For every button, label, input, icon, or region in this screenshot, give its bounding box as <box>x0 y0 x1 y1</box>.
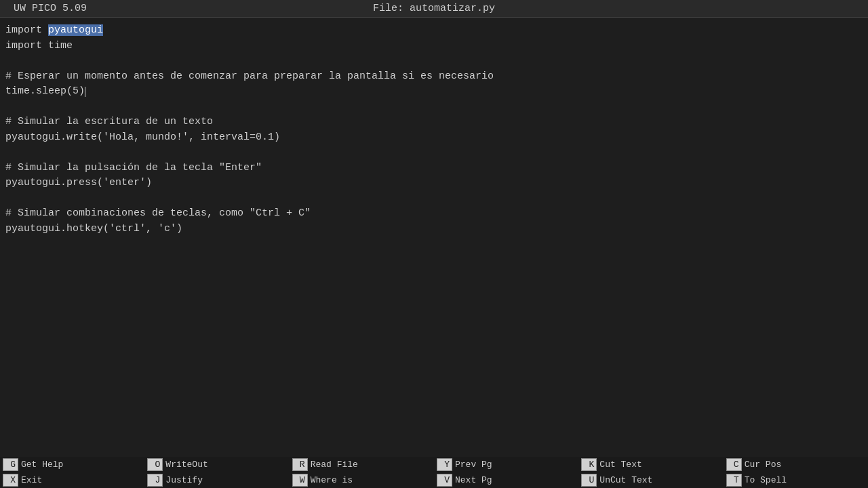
code-line-21 <box>5 328 863 344</box>
shortcut-item-ctrl-x[interactable]: ^XExit <box>0 474 144 487</box>
shortcut-key-ctrl-x: ^X <box>3 474 18 487</box>
shortcut-item-ctrl-u[interactable]: ^UUnCut Text <box>578 474 723 487</box>
shortcut-item-ctrl-t[interactable]: ^TTo Spell <box>724 474 868 487</box>
shortcut-key-ctrl-j: ^J <box>147 474 163 487</box>
shortcut-key-ctrl-r: ^R <box>292 458 308 471</box>
bottom-bar: ^GGet Help^OWriteOut^RRead File^YPrev Pg… <box>0 457 868 488</box>
shortcut-key-ctrl-t: ^T <box>726 474 742 487</box>
shortcut-key-ctrl-u: ^U <box>581 474 597 487</box>
title-left: UW PICO 5.09 <box>14 3 87 14</box>
shortcut-label: Cur Pos <box>745 460 782 470</box>
shortcut-key-ctrl-w: ^W <box>292 474 308 487</box>
code-line-1: import pyautogui <box>5 23 863 39</box>
text-cursor <box>85 87 85 97</box>
code-line-9 <box>5 145 863 161</box>
shortcut-label: Cut Text <box>599 460 642 470</box>
shortcut-item-ctrl-g[interactable]: ^GGet Help <box>0 458 144 471</box>
shortcut-row-1: ^GGet Help^OWriteOut^RRead File^YPrev Pg… <box>0 457 868 472</box>
shortcut-item-ctrl-j[interactable]: ^JJustify <box>144 474 289 487</box>
shortcut-label: Read File <box>311 460 358 470</box>
shortcut-label: Where is <box>311 475 353 485</box>
code-line-10: # Simular la pulsación de la tecla "Ente… <box>5 161 863 176</box>
code-line-12 <box>5 191 863 207</box>
shortcut-label: Prev Pg <box>455 460 492 470</box>
shortcut-item-ctrl-k[interactable]: ^KCut Text <box>578 458 723 471</box>
shortcut-key-ctrl-g: ^G <box>3 458 18 471</box>
shortcut-key-ctrl-k: ^K <box>581 458 597 471</box>
code-line-7: # Simular la escritura de un texto <box>5 115 863 130</box>
shortcut-item-ctrl-y[interactable]: ^YPrev Pg <box>434 458 578 471</box>
code-line-6 <box>5 100 863 115</box>
shortcut-key-ctrl-c: ^C <box>726 458 742 471</box>
code-line-14: pyautogui.hotkey('ctrl', 'c') <box>5 222 863 237</box>
code-line-17 <box>5 267 863 283</box>
shortcut-key-ctrl-y: ^Y <box>437 458 452 471</box>
code-line-2: import time <box>5 39 863 54</box>
shortcut-label: Next Pg <box>455 475 492 485</box>
shortcut-label: To Spell <box>745 475 787 485</box>
shortcut-label: Justify <box>165 475 203 485</box>
code-line-19 <box>5 298 863 313</box>
shortcut-key-ctrl-o: ^O <box>147 458 163 471</box>
code-line-5: time.sleep(5) <box>5 84 863 100</box>
shortcut-item-ctrl-w[interactable]: ^WWhere is <box>290 474 434 487</box>
shortcut-label: UnCut Text <box>599 475 652 485</box>
shortcut-key-ctrl-v: ^V <box>437 474 452 487</box>
code-line-20 <box>5 313 863 329</box>
code-line-13: # Simular combinaciones de teclas, como … <box>5 206 863 222</box>
shortcut-label: Exit <box>21 475 42 485</box>
title-right: File: automatizar.py <box>373 3 495 14</box>
code-line-8: pyautogui.write('Hola, mundo!', interval… <box>5 130 863 146</box>
code-line-16 <box>5 252 863 268</box>
code-line-11: pyautogui.press('enter') <box>5 176 863 191</box>
code-line-18 <box>5 283 863 298</box>
shortcut-item-ctrl-r[interactable]: ^RRead File <box>290 458 434 471</box>
shortcut-item-ctrl-o[interactable]: ^OWriteOut <box>144 458 289 471</box>
code-line-4: # Esperar un momento antes de comenzar p… <box>5 69 863 85</box>
code-line-15 <box>5 237 863 252</box>
shortcut-label: WriteOut <box>165 460 208 470</box>
code-line-22 <box>5 344 863 359</box>
shortcut-item-ctrl-v[interactable]: ^VNext Pg <box>434 474 578 487</box>
editor-area[interactable]: import pyautoguiimport time # Esperar un… <box>0 18 868 457</box>
title-bar: UW PICO 5.09File: automatizar.pyFile: au… <box>0 0 868 18</box>
shortcut-label: Get Help <box>21 460 63 470</box>
code-line-3 <box>5 54 863 69</box>
shortcut-item-ctrl-c[interactable]: ^CCur Pos <box>724 458 868 471</box>
shortcut-row-2: ^XExit^JJustify^WWhere is^VNext Pg^UUnCu… <box>0 472 868 488</box>
